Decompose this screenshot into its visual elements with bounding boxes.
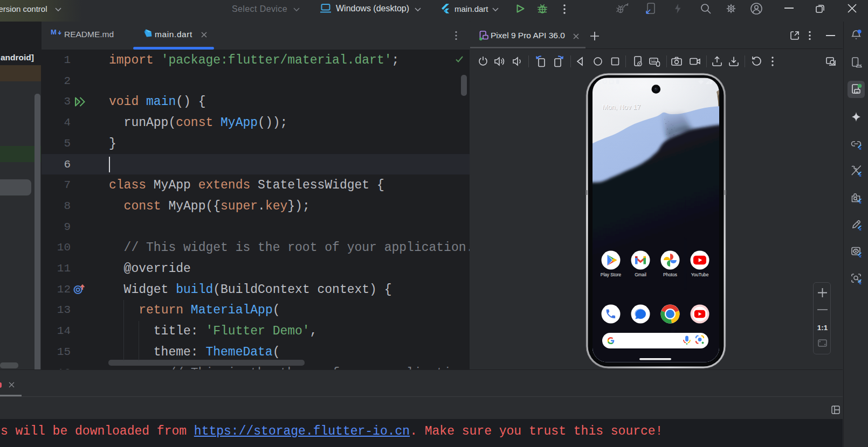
svg-text:Photos: Photos [663, 272, 677, 277]
svg-text:YouTube: YouTube [691, 272, 709, 277]
svg-text:Mon, Nov 17: Mon, Nov 17 [602, 103, 640, 111]
svg-text:Play Store: Play Store [601, 272, 622, 277]
svg-text:Gmail: Gmail [635, 272, 646, 277]
svg-text:M: M [51, 28, 57, 36]
